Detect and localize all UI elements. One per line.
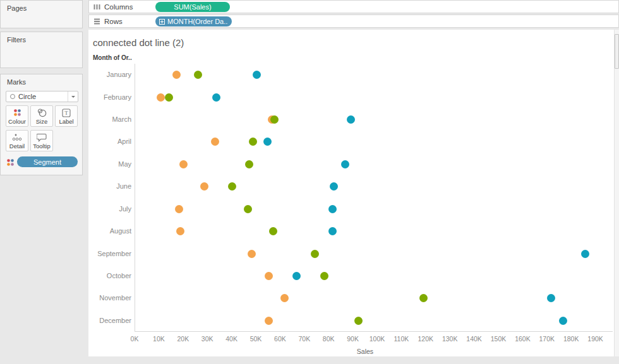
rows-icon — [93, 18, 100, 25]
y-axis-label[interactable]: April — [90, 138, 131, 145]
colour-button-label: Colour — [8, 118, 26, 125]
x-tick-label: 0K — [122, 335, 147, 343]
chevron-down-icon[interactable] — [68, 91, 78, 102]
data-point-orange-segment[interactable] — [265, 272, 273, 280]
x-tick-label: 140K — [462, 335, 487, 343]
filters-label: Filters — [7, 36, 26, 44]
x-tick-label: 90K — [340, 335, 366, 343]
size-circles-icon — [31, 109, 52, 117]
data-point-orange-segment[interactable] — [248, 250, 256, 258]
data-point-orange-segment[interactable] — [172, 71, 181, 79]
mark-type-value: Circle — [18, 93, 36, 100]
y-axis-label[interactable]: August — [90, 227, 131, 235]
y-axis-label[interactable]: December — [90, 317, 131, 324]
data-point-orange-segment[interactable] — [200, 182, 208, 191]
columns-icon — [93, 4, 100, 10]
data-point-blue-segment[interactable] — [347, 115, 355, 124]
x-tick-label: 50K — [243, 335, 268, 343]
data-point-orange-segment[interactable] — [179, 160, 188, 168]
pages-label: Pages — [7, 4, 27, 12]
y-axis-label[interactable]: July — [90, 205, 131, 213]
vertical-scrollbar-thumb[interactable] — [615, 34, 619, 69]
segment-pill-label: Segment — [33, 158, 61, 166]
data-point-orange-segment[interactable] — [175, 205, 183, 213]
columns-shelf[interactable]: Columns SUM(Sales) — [88, 0, 619, 13]
tooltip-button-label: Tooltip — [33, 143, 50, 150]
data-point-orange-segment[interactable] — [176, 227, 184, 235]
tooltip-bubble-icon — [31, 133, 52, 142]
data-point-green-segment[interactable] — [311, 250, 319, 258]
data-point-blue-segment[interactable] — [212, 93, 220, 102]
x-tick-label: 170K — [534, 335, 560, 343]
x-tick-label: 160K — [510, 335, 535, 343]
data-point-orange-segment[interactable] — [265, 317, 273, 325]
data-point-green-segment[interactable] — [269, 227, 277, 235]
data-point-blue-segment[interactable] — [328, 205, 337, 213]
data-point-blue-segment[interactable] — [253, 71, 261, 79]
rows-shelf[interactable]: Rows MONTH(Order Da.. — [88, 15, 619, 28]
y-axis-label[interactable]: October — [90, 272, 131, 279]
worksheet: connected dot line (2) Month of Or.. Jan… — [88, 30, 614, 356]
plus-box-icon[interactable] — [159, 19, 165, 25]
x-tick-label: 20K — [171, 335, 196, 343]
colour-button[interactable]: Colour — [6, 105, 28, 127]
data-point-green-segment[interactable] — [249, 138, 257, 146]
data-point-green-segment[interactable] — [244, 205, 252, 213]
data-point-orange-segment[interactable] — [280, 294, 289, 302]
data-point-blue-segment[interactable] — [292, 272, 301, 280]
data-point-blue-segment[interactable] — [330, 182, 338, 191]
data-point-green-segment[interactable] — [270, 115, 279, 124]
data-point-green-segment[interactable] — [419, 294, 428, 302]
y-axis-label[interactable]: September — [90, 250, 131, 257]
data-point-blue-segment[interactable] — [328, 227, 337, 235]
data-point-blue-segment[interactable] — [341, 160, 349, 168]
sum-sales-pill[interactable]: SUM(Sales) — [155, 2, 230, 12]
detail-button-label: Detail — [9, 143, 25, 150]
x-tick-label: 40K — [219, 335, 244, 343]
data-point-blue-segment[interactable] — [263, 138, 272, 146]
y-axis-label[interactable]: May — [90, 160, 131, 168]
data-point-blue-segment[interactable] — [581, 250, 589, 258]
x-tick-label: 180K — [558, 335, 584, 343]
month-order-date-pill[interactable]: MONTH(Order Da.. — [155, 16, 232, 26]
segment-pill[interactable]: Segment — [17, 156, 78, 167]
y-axis-label[interactable]: June — [90, 182, 131, 190]
data-point-green-segment[interactable] — [228, 182, 236, 191]
data-point-green-segment[interactable] — [165, 93, 173, 102]
data-point-orange-segment[interactable] — [211, 138, 219, 146]
label-text-icon: T — [56, 109, 77, 117]
data-point-orange-segment[interactable] — [157, 93, 165, 102]
tooltip-button[interactable]: Tooltip — [30, 130, 53, 151]
label-button[interactable]: T Label — [55, 105, 78, 127]
y-axis-label[interactable]: January — [90, 71, 131, 78]
mark-type-dropdown[interactable]: Circle — [6, 91, 78, 102]
x-tick-label: 150K — [486, 335, 511, 343]
y-axis-label[interactable]: November — [90, 294, 131, 302]
data-point-blue-segment[interactable] — [547, 294, 555, 302]
x-tick-label: 80K — [316, 335, 341, 343]
x-tick-label: 60K — [267, 335, 292, 343]
x-tick-label: 70K — [292, 335, 317, 343]
data-point-blue-segment[interactable] — [559, 317, 567, 325]
data-point-green-segment[interactable] — [245, 160, 253, 168]
y-axis-label[interactable]: March — [90, 115, 131, 123]
data-point-green-segment[interactable] — [320, 272, 328, 280]
size-button-label: Size — [36, 118, 47, 125]
marks-label: Marks — [7, 78, 26, 86]
row-field-header[interactable]: Month of Or.. — [93, 54, 132, 61]
data-point-green-segment[interactable] — [194, 71, 202, 79]
x-tick-label: 100K — [364, 335, 390, 343]
data-point-green-segment[interactable] — [354, 317, 363, 325]
plot-area[interactable] — [135, 64, 613, 332]
pages-card: Pages — [0, 0, 83, 28]
size-button[interactable]: Size — [30, 105, 53, 127]
x-tick-label: 130K — [437, 335, 462, 343]
detail-button[interactable]: Detail — [6, 130, 28, 151]
x-axis-title: Sales — [135, 348, 596, 355]
y-axis-label[interactable]: February — [90, 93, 131, 101]
month-order-date-pill-label: MONTH(Order Da.. — [167, 18, 227, 25]
label-button-label: Label — [59, 118, 73, 125]
filters-card: Filters — [0, 32, 83, 68]
rows-shelf-label: Rows — [104, 18, 123, 25]
vertical-scrollbar-track[interactable] — [614, 30, 619, 356]
